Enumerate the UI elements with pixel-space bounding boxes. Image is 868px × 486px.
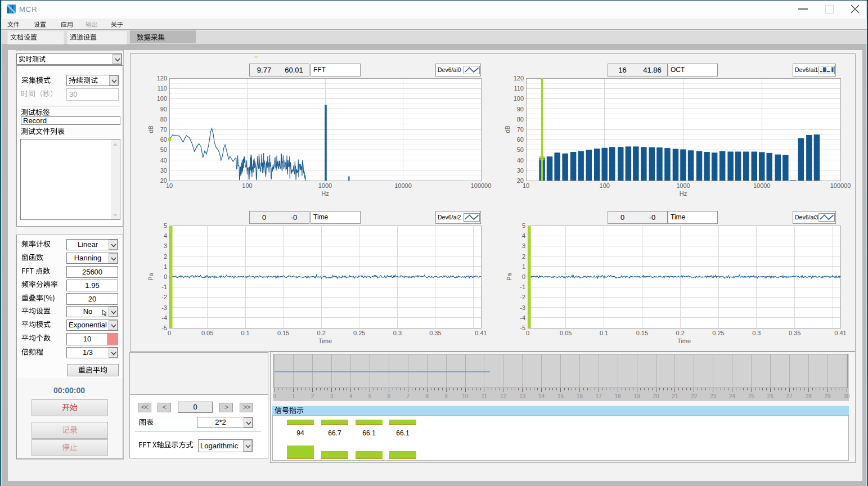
svg-text:0.05: 0.05	[201, 330, 213, 336]
svg-text:90: 90	[160, 106, 167, 112]
svg-text:Time: Time	[318, 338, 332, 344]
svg-text:50: 50	[517, 146, 524, 153]
svg-text:12: 12	[500, 393, 507, 399]
svg-text:dB: dB	[504, 125, 511, 133]
svg-text:-5: -5	[520, 325, 525, 331]
svg-text:100: 100	[600, 182, 610, 189]
svg-text:80: 80	[160, 116, 167, 123]
svg-text:50: 50	[160, 146, 167, 153]
svg-text:0: 0	[273, 393, 276, 399]
svg-text:30: 30	[843, 393, 850, 399]
svg-text:-3: -3	[161, 304, 167, 311]
svg-text:dB: dB	[147, 125, 154, 133]
svg-text:3: 3	[330, 393, 334, 399]
svg-text:110: 110	[157, 85, 167, 92]
svg-text:-2: -2	[161, 294, 167, 300]
svg-text:Time: Time	[677, 338, 691, 344]
svg-text:10000: 10000	[394, 182, 412, 189]
svg-text:5: 5	[522, 222, 525, 229]
svg-text:120: 120	[514, 75, 524, 82]
svg-text:17: 17	[596, 393, 602, 399]
svg-text:5: 5	[164, 222, 167, 229]
svg-text:13: 13	[519, 393, 526, 399]
svg-text:0: 0	[526, 330, 529, 336]
svg-text:100: 100	[157, 95, 167, 102]
svg-text:1: 1	[522, 263, 525, 270]
svg-text:100000: 100000	[830, 182, 851, 189]
svg-text:27: 27	[786, 393, 793, 399]
svg-text:1: 1	[164, 263, 167, 270]
svg-text:0.15: 0.15	[277, 330, 289, 336]
svg-text:Hz: Hz	[680, 190, 687, 197]
svg-text:0: 0	[522, 273, 525, 280]
svg-text:25: 25	[748, 393, 755, 399]
svg-text:0.35: 0.35	[789, 330, 800, 336]
svg-text:0.41: 0.41	[475, 330, 487, 336]
svg-text:0.1: 0.1	[241, 330, 249, 336]
svg-text:110: 110	[514, 85, 524, 92]
svg-text:-4: -4	[520, 314, 525, 321]
svg-text:-2: -2	[520, 294, 525, 300]
svg-text:21: 21	[672, 393, 678, 399]
svg-text:16: 16	[577, 393, 583, 399]
svg-text:1000: 1000	[318, 182, 332, 189]
svg-text:40: 40	[517, 157, 524, 164]
svg-text:90: 90	[517, 106, 524, 112]
svg-text:80: 80	[517, 116, 524, 123]
svg-text:14: 14	[538, 393, 545, 399]
svg-text:0.2: 0.2	[317, 330, 326, 336]
svg-text:10: 10	[462, 393, 469, 399]
svg-text:30: 30	[160, 167, 167, 174]
svg-text:10: 10	[523, 182, 529, 189]
svg-text:100000: 100000	[471, 182, 492, 189]
svg-text:4: 4	[522, 232, 525, 239]
svg-text:10: 10	[166, 182, 173, 189]
svg-text:4: 4	[164, 232, 167, 239]
svg-text:Hz: Hz	[321, 190, 329, 197]
svg-text:2: 2	[311, 393, 314, 399]
svg-text:-4: -4	[161, 314, 167, 321]
svg-text:-1: -1	[161, 284, 167, 290]
svg-text:-1: -1	[520, 284, 525, 290]
svg-text:0.15: 0.15	[636, 330, 648, 336]
svg-text:0.25: 0.25	[353, 330, 365, 336]
svg-text:0.05: 0.05	[560, 330, 572, 336]
svg-text:60: 60	[160, 136, 167, 143]
svg-text:-3: -3	[520, 304, 525, 311]
svg-text:2: 2	[522, 253, 525, 260]
svg-text:0.2: 0.2	[676, 330, 685, 336]
svg-text:60: 60	[517, 136, 524, 143]
svg-text:1: 1	[292, 393, 295, 399]
svg-text:3: 3	[522, 242, 525, 249]
svg-text:5: 5	[368, 393, 372, 399]
svg-text:0.1: 0.1	[600, 330, 608, 336]
svg-text:100: 100	[514, 95, 524, 102]
svg-text:40: 40	[160, 157, 167, 164]
svg-text:8: 8	[425, 393, 429, 399]
svg-text:4: 4	[349, 393, 353, 399]
svg-text:28: 28	[806, 393, 812, 399]
svg-text:24: 24	[729, 393, 736, 399]
svg-text:0: 0	[168, 330, 171, 336]
svg-text:70: 70	[160, 126, 167, 133]
svg-text:Pa: Pa	[147, 272, 154, 280]
svg-text:3: 3	[164, 242, 167, 249]
svg-text:6: 6	[388, 393, 391, 399]
svg-text:1000: 1000	[676, 182, 690, 189]
svg-text:20: 20	[653, 393, 659, 399]
svg-text:2: 2	[164, 253, 167, 260]
svg-text:10000: 10000	[753, 182, 771, 189]
svg-text:26: 26	[767, 393, 774, 399]
svg-text:120: 120	[157, 75, 167, 82]
svg-text:0: 0	[164, 273, 167, 280]
svg-text:Pa: Pa	[506, 272, 512, 280]
svg-text:30: 30	[517, 167, 524, 174]
svg-text:9: 9	[444, 393, 448, 399]
svg-text:100: 100	[242, 182, 252, 189]
svg-text:0.41: 0.41	[834, 330, 846, 336]
svg-text:15: 15	[557, 393, 564, 399]
svg-text:0.3: 0.3	[393, 330, 402, 336]
svg-text:-5: -5	[161, 325, 167, 331]
svg-text:18: 18	[615, 393, 622, 399]
svg-text:0.3: 0.3	[752, 330, 761, 336]
